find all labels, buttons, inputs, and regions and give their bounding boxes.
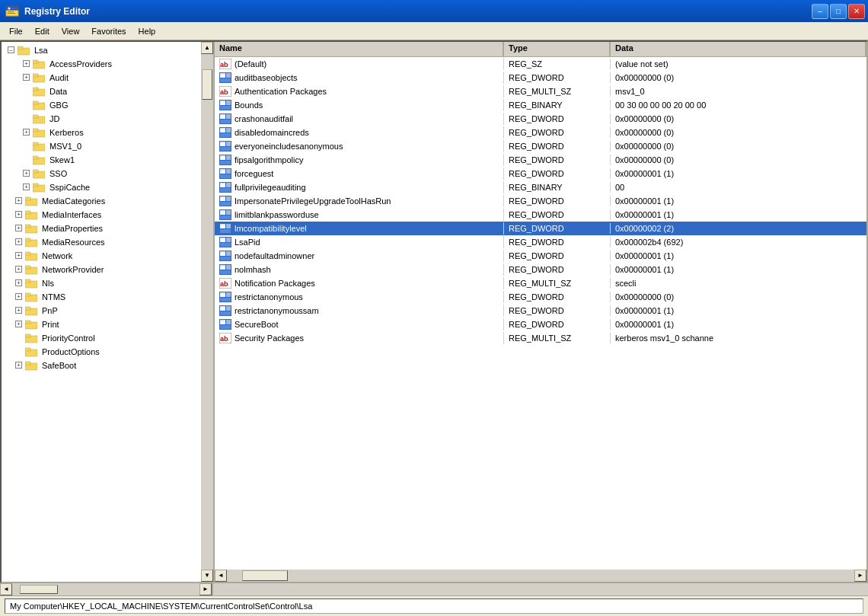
table-row[interactable]: crashonauditfail REG_DWORD 0x00000000 (0…	[215, 112, 866, 126]
h-scroll-thumb[interactable]	[242, 570, 288, 581]
tree-item[interactable]: + AccessProviders	[2, 57, 213, 71]
menu-help[interactable]: Help	[132, 25, 162, 37]
tree-expand-icon[interactable]: +	[15, 307, 22, 314]
tree-expand-icon[interactable]: +	[15, 197, 22, 204]
tree-item[interactable]: + MediaCategories	[2, 194, 213, 208]
table-row[interactable]: auditbaseobjects REG_DWORD 0x00000000 (0…	[215, 71, 866, 85]
right-hscrollbar[interactable]: ◄ ►	[215, 570, 866, 582]
tree-scrollbar[interactable]: ▲ ▼	[201, 42, 213, 582]
tree-item[interactable]: + NTMS	[2, 290, 213, 304]
table-row[interactable]: disabledomaincreds REG_DWORD 0x00000000 …	[215, 126, 866, 139]
tree-item[interactable]: ProductOptions	[2, 345, 213, 359]
tree-expand-icon[interactable]: +	[15, 279, 22, 286]
col-header-type[interactable]: Type	[504, 42, 611, 56]
table-row[interactable]: limitblankpassworduse REG_DWORD 0x000000…	[215, 208, 866, 222]
table-row[interactable]: fipsalgorithmpolicy REG_DWORD 0x00000000…	[215, 153, 866, 167]
table-row[interactable]: ab (Default) REG_SZ (value not set)	[215, 57, 866, 71]
tree-item[interactable]: MSV1_0	[2, 139, 213, 153]
menu-view[interactable]: View	[56, 25, 86, 37]
svg-rect-52	[25, 362, 30, 365]
tree-expand-icon[interactable]: +	[15, 362, 22, 369]
table-row[interactable]: SecureBoot REG_DWORD 0x00000001 (1)	[215, 318, 866, 331]
dword-icon	[219, 72, 231, 83]
tree-h-scroll-thumb[interactable]	[20, 585, 58, 594]
tree-item-label: ProductOptions	[40, 347, 100, 356]
tree-expand-icon[interactable]: +	[15, 266, 22, 273]
tree-item[interactable]: + SSO	[2, 167, 213, 180]
tree-item[interactable]: + NetworkProvider	[2, 263, 213, 276]
menu-edit[interactable]: Edit	[29, 25, 56, 37]
row-data-text: 0x00000000 (0)	[615, 128, 674, 137]
row-cell-name: limitblankpassworduse	[215, 209, 504, 221]
minimize-button[interactable]: –	[812, 4, 828, 19]
tree-expand-icon[interactable]: +	[23, 129, 30, 136]
row-name-text: fullprivilegeauditing	[235, 183, 306, 192]
tree-h-scroll-right[interactable]: ►	[199, 583, 212, 595]
tree-item[interactable]: Skew1	[2, 153, 213, 167]
col-header-data[interactable]: Data	[611, 42, 866, 56]
table-row[interactable]: ab Security Packages REG_MULTI_SZ kerber…	[215, 331, 866, 345]
tree-scroll-thumb[interactable]	[202, 69, 212, 100]
tree-item[interactable]: + SspiCache	[2, 180, 213, 194]
table-row[interactable]: nodefaultadminowner REG_DWORD 0x00000001…	[215, 249, 866, 263]
tree-item[interactable]: + Audit	[2, 71, 213, 85]
tree-expand-icon[interactable]: +	[15, 321, 22, 327]
tree-expand-icon[interactable]: +	[15, 252, 22, 259]
tree-item[interactable]: Data	[2, 85, 213, 98]
table-row[interactable]: lmcompatibilitylevel REG_DWORD 0x0000000…	[215, 222, 866, 235]
tree-item[interactable]: + PnP	[2, 304, 213, 318]
tree-expand-icon[interactable]: +	[23, 74, 30, 81]
tree-item[interactable]: + SafeBoot	[2, 359, 213, 372]
ab-icon: ab	[219, 86, 231, 97]
tree-scroll-up[interactable]: ▲	[201, 42, 213, 54]
tree-h-scroll-track[interactable]	[12, 583, 199, 595]
table-row[interactable]: ab Authentication Packages REG_MULTI_SZ …	[215, 85, 866, 98]
tree-item[interactable]: + Kerberos	[2, 126, 213, 139]
close-button[interactable]: ✕	[848, 4, 865, 19]
tree-h-scroll-left[interactable]: ◄	[0, 583, 12, 595]
table-row[interactable]: fullprivilegeauditing REG_BINARY 00	[215, 180, 866, 194]
tree-expand-icon[interactable]: +	[23, 184, 30, 190]
maximize-button[interactable]: □	[830, 4, 847, 19]
folder-icon	[33, 72, 45, 83]
tree-expand-icon[interactable]: +	[23, 170, 30, 177]
tree-expand-icon[interactable]: –	[8, 46, 14, 53]
menu-favorites[interactable]: Favorites	[85, 25, 132, 37]
tree-expand-icon[interactable]: +	[15, 225, 22, 231]
tree-item[interactable]: + Nls	[2, 276, 213, 290]
tree-expand-icon[interactable]: +	[23, 60, 30, 67]
row-data-text: 0x00000000 (0)	[615, 114, 674, 123]
menu-file[interactable]: File	[3, 25, 29, 37]
tree-item[interactable]: JD	[2, 112, 213, 126]
tree-expand-icon[interactable]: +	[15, 211, 22, 218]
table-row[interactable]: Bounds REG_BINARY 00 30 00 00 00 20 00 0…	[215, 98, 866, 112]
tree-scroll-down[interactable]: ▼	[201, 570, 213, 582]
table-row[interactable]: LsaPid REG_DWORD 0x000002b4 (692)	[215, 235, 866, 249]
tree-expand-icon[interactable]: +	[15, 238, 22, 245]
table-row[interactable]: ab Notification Packages REG_MULTI_SZ sc…	[215, 276, 866, 290]
table-row[interactable]: nolmhash REG_DWORD 0x00000001 (1)	[215, 263, 866, 276]
h-scroll-left[interactable]: ◄	[215, 570, 227, 582]
tree-item[interactable]: – Lsa	[2, 43, 213, 57]
table-row[interactable]: forceguest REG_DWORD 0x00000001 (1)	[215, 167, 866, 180]
table-row[interactable]: ImpersonatePrivilegeUpgradeToolHasRun RE…	[215, 194, 866, 208]
table-row[interactable]: everyoneincludesanonymous REG_DWORD 0x00…	[215, 139, 866, 153]
tree-item[interactable]: + MediaInterfaces	[2, 208, 213, 222]
tree-expand-icon[interactable]: +	[15, 293, 22, 300]
table-row[interactable]: restrictanonymoussam REG_DWORD 0x0000000…	[215, 304, 866, 318]
tree-scroll-track[interactable]	[201, 54, 213, 570]
col-header-name[interactable]: Name	[215, 42, 504, 56]
tree-item[interactable]: + Network	[2, 249, 213, 263]
svg-rect-90	[220, 174, 231, 178]
h-scroll-right[interactable]: ►	[854, 570, 866, 582]
h-scroll-track[interactable]	[227, 570, 854, 582]
tree-item[interactable]: GBG	[2, 98, 213, 112]
table-row[interactable]: restrictanonymous REG_DWORD 0x00000000 (…	[215, 290, 866, 304]
row-cell-type: REG_DWORD	[504, 196, 611, 206]
tree-item[interactable]: + MediaProperties	[2, 222, 213, 235]
left-scroll-section[interactable]: ◄ ►	[0, 583, 213, 595]
row-cell-data: 0x00000001 (1)	[611, 209, 866, 220]
tree-item[interactable]: PriorityControl	[2, 331, 213, 345]
tree-item[interactable]: + Print	[2, 318, 213, 331]
tree-item[interactable]: + MediaResources	[2, 235, 213, 249]
